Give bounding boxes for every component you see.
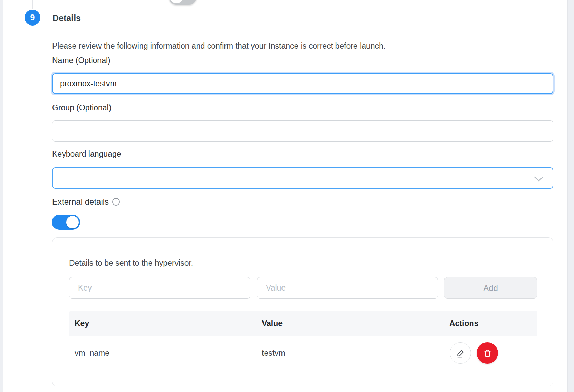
external-details-label: External details: [52, 197, 109, 207]
step-title: Details: [52, 13, 81, 23]
delete-trash-icon: [483, 349, 492, 358]
external-details-toggle-knob: [66, 216, 79, 228]
value-input[interactable]: [257, 277, 438, 299]
previous-step-toggle-knob: [170, 0, 183, 3]
group-input[interactable]: [52, 120, 553, 142]
content-card: 9 Details Please review the following in…: [3, 0, 568, 392]
previous-step-toggle[interactable]: [169, 0, 197, 5]
step-number-badge: 9: [25, 10, 40, 26]
name-label: Name (Optional): [52, 56, 111, 65]
column-separator: [255, 311, 255, 336]
column-separator: [443, 311, 443, 336]
page: 9 Details Please review the following in…: [0, 0, 574, 392]
column-header-actions: Actions: [449, 311, 478, 336]
delete-row-button[interactable]: [477, 342, 498, 364]
column-header-key: Key: [75, 311, 89, 336]
key-input[interactable]: [69, 277, 250, 299]
external-details-toggle[interactable]: [52, 215, 80, 230]
row-value-cell: testvm: [262, 336, 285, 370]
edit-pencil-icon: [456, 349, 465, 358]
add-button[interactable]: Add: [444, 277, 537, 299]
column-header-value: Value: [262, 311, 283, 336]
hypervisor-panel-description: Details to be sent to the hypervisor.: [69, 258, 193, 268]
intro-text: Please review the following information …: [52, 41, 501, 51]
chevron-down-icon: [534, 176, 544, 182]
details-table: Key Value Actions vm_name testvm: [69, 311, 537, 370]
info-icon[interactable]: [112, 198, 120, 206]
details-table-header: Key Value Actions: [69, 311, 537, 336]
table-row: vm_name testvm: [69, 336, 537, 370]
step-connector-line: [32, 0, 33, 9]
row-key-cell: vm_name: [75, 336, 109, 370]
group-label: Group (Optional): [52, 103, 111, 112]
edit-row-button[interactable]: [450, 342, 471, 364]
name-input[interactable]: [52, 73, 553, 94]
hypervisor-details-panel: Details to be sent to the hypervisor. Ad…: [52, 237, 553, 386]
row-actions: [450, 342, 498, 364]
external-details-row: External details: [52, 197, 120, 207]
keyboard-language-select[interactable]: [52, 167, 553, 189]
keyboard-language-label: Keyboard language: [52, 149, 121, 159]
